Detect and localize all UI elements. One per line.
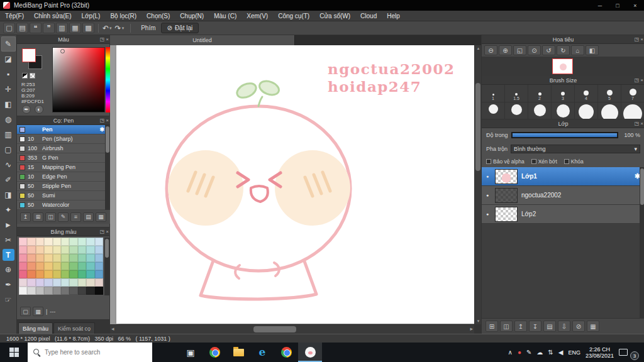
recording-icon[interactable]: ● bbox=[518, 349, 521, 356]
actual-size-icon[interactable]: ⊙ bbox=[528, 45, 541, 55]
chrome-app-button[interactable] bbox=[203, 343, 226, 362]
layer-visibility-toggle[interactable]: ● bbox=[486, 212, 491, 216]
palette-swatch[interactable] bbox=[19, 254, 27, 262]
scroll-left-icon[interactable]: ◂ bbox=[111, 326, 114, 332]
palette-swatch[interactable] bbox=[86, 238, 94, 246]
clear-layer-icon[interactable]: ⊘ bbox=[572, 321, 585, 332]
palette-swatch[interactable] bbox=[69, 262, 77, 270]
brush-menu-icon[interactable]: ≡ bbox=[70, 212, 81, 222]
palette-swatch[interactable] bbox=[36, 270, 44, 278]
palette-swatch[interactable] bbox=[95, 278, 103, 287]
panel-close-icon[interactable]: × bbox=[640, 121, 643, 126]
panel-float-icon[interactable]: ◳ bbox=[635, 36, 640, 42]
palette-swatch[interactable] bbox=[86, 270, 94, 278]
palette-swatch[interactable] bbox=[44, 287, 52, 295]
fill-tool[interactable]: ◧ bbox=[1, 97, 16, 112]
panel-close-icon[interactable]: × bbox=[640, 77, 643, 83]
canvas-viewport[interactable]: ngoctua22002 hoidap247 bbox=[110, 45, 474, 324]
brush-list-item[interactable]: 10 Pen (Sharp) ✱ bbox=[17, 134, 110, 144]
brush-size-option[interactable]: 5 bbox=[598, 85, 621, 102]
eyedropper-icon[interactable]: ✒ bbox=[22, 105, 31, 114]
palette-swatch[interactable] bbox=[44, 262, 52, 270]
panel-float-icon[interactable]: ◳ bbox=[100, 118, 105, 123]
palette-swatch[interactable] bbox=[78, 246, 86, 254]
navigator-view-rectangle[interactable] bbox=[552, 58, 573, 74]
brush-tool[interactable]: ✎ bbox=[1, 36, 16, 52]
palette-scrollbar[interactable] bbox=[104, 238, 109, 295]
palette-swatch[interactable] bbox=[19, 270, 27, 278]
layer-down-icon[interactable]: ↧ bbox=[529, 321, 541, 332]
layer-row[interactable]: ● Lớp1 ✱ bbox=[482, 167, 644, 186]
palette-swatch[interactable] bbox=[27, 246, 35, 254]
maximize-button[interactable]: □ bbox=[609, 0, 626, 11]
palette-swatch[interactable] bbox=[86, 254, 94, 262]
menu-item[interactable]: Chọn(S) bbox=[142, 11, 175, 21]
menu-item[interactable]: Tệp(F) bbox=[0, 11, 29, 21]
magic-wand-tool[interactable]: ✦ bbox=[1, 202, 16, 217]
taskbar-search[interactable] bbox=[28, 343, 152, 362]
palette-swatch[interactable] bbox=[69, 287, 77, 295]
language-indicator[interactable]: ENG bbox=[568, 349, 580, 356]
edit-brush-icon[interactable]: ✎ bbox=[58, 212, 69, 222]
palette-swatch[interactable] bbox=[53, 287, 61, 295]
palette-swatch[interactable] bbox=[61, 278, 69, 287]
palette-swatch[interactable] bbox=[27, 270, 35, 278]
palette-swatch[interactable] bbox=[53, 278, 61, 287]
brush-folder-icon[interactable]: ▤ bbox=[83, 212, 94, 222]
add-color-icon[interactable]: ▢ bbox=[20, 307, 31, 316]
edge-app-button[interactable]: e bbox=[250, 343, 274, 362]
palette-swatch[interactable] bbox=[36, 262, 44, 270]
new-file-icon[interactable]: ▢ bbox=[3, 23, 15, 33]
redo-icon[interactable]: ↷ bbox=[115, 24, 121, 33]
vertical-scroll-thumb[interactable] bbox=[475, 83, 480, 171]
comment-icon[interactable]: ❞ bbox=[43, 23, 55, 33]
duplicate-layer-icon[interactable]: ◫ bbox=[500, 321, 513, 332]
palette-swatch[interactable] bbox=[78, 238, 86, 246]
delete-layer-icon[interactable]: ▦ bbox=[587, 321, 599, 332]
palette-swatch[interactable] bbox=[78, 262, 86, 270]
palette-swatch[interactable] bbox=[19, 287, 27, 295]
layer-list-scrollbar[interactable] bbox=[640, 167, 644, 318]
add-layer-icon[interactable]: ⊞ bbox=[486, 321, 498, 332]
palette-swatch[interactable] bbox=[19, 238, 27, 246]
brush-size-option[interactable] bbox=[598, 102, 621, 119]
palette-swatch[interactable] bbox=[61, 238, 69, 246]
panel-tab[interactable]: Kiểm soát cọ bbox=[53, 322, 95, 334]
flip-horizontal-icon[interactable]: ◧ bbox=[586, 45, 599, 55]
layer-row[interactable]: ● Lớp2 ✱ bbox=[482, 205, 644, 224]
rotate-left-icon[interactable]: ↺ bbox=[542, 45, 555, 55]
palette-swatch[interactable] bbox=[86, 246, 94, 254]
palette-swatch[interactable] bbox=[86, 262, 94, 270]
merge-layer-icon[interactable]: ⇩ bbox=[558, 321, 570, 332]
menu-item[interactable]: Help bbox=[382, 11, 405, 21]
palette-swatch[interactable] bbox=[69, 278, 77, 287]
panel-tab[interactable]: Bảng màu bbox=[18, 322, 53, 334]
chrome-app-button-2[interactable] bbox=[274, 343, 298, 362]
canvas-page[interactable]: ngoctua22002 hoidap247 bbox=[116, 45, 474, 324]
palette-swatch[interactable] bbox=[86, 287, 94, 295]
minimize-button[interactable]: ─ bbox=[591, 0, 609, 11]
volume-icon[interactable]: ◀ bbox=[558, 349, 564, 356]
operation-tool[interactable]: ► bbox=[1, 217, 16, 233]
layer-option-checkbox[interactable]: Bảo vệ alpha bbox=[486, 158, 525, 165]
action-center-icon[interactable] bbox=[619, 349, 628, 356]
brush-size-option[interactable] bbox=[552, 102, 575, 119]
palette-swatch[interactable] bbox=[27, 238, 35, 246]
menu-item[interactable]: Công cụ(T) bbox=[273, 11, 314, 21]
canvas-vertical-scrollbar[interactable]: ▴ ▾ bbox=[474, 45, 481, 324]
transparent-color-swatch[interactable] bbox=[30, 73, 35, 79]
dot-tool[interactable]: ▪ bbox=[1, 67, 16, 82]
undo-caret-icon[interactable]: ▾ bbox=[109, 26, 112, 31]
palette-swatch[interactable] bbox=[61, 246, 69, 254]
start-button[interactable] bbox=[0, 343, 28, 362]
reset-button[interactable]: ⊘ Đặt lại bbox=[161, 23, 199, 33]
palette-swatch[interactable] bbox=[78, 287, 86, 295]
panel-close-icon[interactable]: × bbox=[106, 229, 109, 234]
palette-swatch[interactable] bbox=[19, 278, 27, 287]
palette-swatch[interactable] bbox=[69, 238, 77, 246]
zoom-tool[interactable]: ⊕ bbox=[1, 262, 16, 277]
palette-swatch[interactable] bbox=[53, 262, 61, 270]
palette-swatch[interactable] bbox=[36, 287, 44, 295]
panel-close-icon[interactable]: × bbox=[106, 118, 109, 123]
zoom-out-icon[interactable]: ⊖ bbox=[484, 45, 497, 55]
